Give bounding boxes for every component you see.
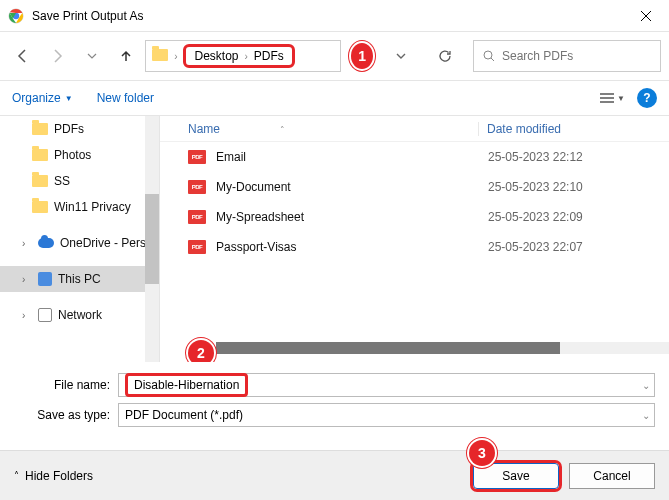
network-icon [38,308,52,322]
chevron-down-icon[interactable]: ⌄ [642,380,650,391]
path-bar[interactable]: › Desktop › PDFs [145,40,341,72]
sidebar-item-label: This PC [58,272,101,286]
nav-recent-button[interactable] [77,40,107,72]
pc-icon [38,272,52,286]
file-row[interactable]: PDFEmail25-05-2023 22:12 [160,142,669,172]
folder-icon [152,49,168,64]
sidebar-item-photos[interactable]: Photos [0,142,159,168]
organize-label: Organize [12,91,61,105]
folder-icon [32,123,48,135]
chevron-down-icon[interactable]: ⌄ [642,410,650,421]
column-header-name[interactable]: Name˄ [188,122,478,136]
organize-menu[interactable]: Organize ▼ [12,91,73,105]
file-name: My-Document [216,180,488,194]
sidebar-item-label: Photos [54,148,91,162]
chevron-down-icon: ▼ [617,94,625,103]
chevron-right-icon: › [174,51,177,62]
file-row[interactable]: PDFMy-Spreadsheet25-05-2023 22:09 [160,202,669,232]
file-name: Passport-Visas [216,240,488,254]
file-date: 25-05-2023 22:09 [488,210,583,224]
cancel-button[interactable]: Cancel [569,463,655,489]
search-icon [482,49,496,63]
filename-value: Disable-Hibernation [125,373,248,397]
sidebar-item-ss[interactable]: SS [0,168,159,194]
search-input[interactable] [502,49,652,63]
nav-back-button[interactable] [8,40,38,72]
sidebar-item-label: Win11 Privacy [54,200,131,214]
annotation-callout-3: 3 [469,440,495,466]
file-name: My-Spreadsheet [216,210,488,224]
sidebar-item-label: PDFs [54,122,84,136]
path-dropdown-button[interactable] [383,40,419,72]
filename-label: File name: [14,378,110,392]
sidebar-item-label: SS [54,174,70,188]
sidebar-item-label: Network [58,308,102,322]
sidebar-item-win11-privacy[interactable]: Win11 Privacy [0,194,159,220]
close-button[interactable] [623,0,669,32]
sidebar-item-this-pc[interactable]: ›This PC [0,266,159,292]
file-row[interactable]: PDFMy-Document25-05-2023 22:10 [160,172,669,202]
chevron-right-icon: › [22,310,32,321]
folder-icon [32,175,48,187]
hide-folders-button[interactable]: ˄ Hide Folders [14,469,93,483]
column-header-date[interactable]: Date modified [478,122,561,136]
pdf-icon: PDF [188,180,206,194]
savetype-select[interactable]: PDF Document (*.pdf) ⌄ [118,403,655,427]
sidebar-item-onedrive[interactable]: ›OneDrive - Perso [0,230,159,256]
nav-forward-button [42,40,72,72]
new-folder-button[interactable]: New folder [97,91,154,105]
filename-input[interactable]: Disable-Hibernation ⌄ [118,373,655,397]
sidebar-item-network[interactable]: ›Network [0,302,159,328]
breadcrumb[interactable]: Desktop › PDFs [183,44,294,68]
dialog-footer: ˄ Hide Folders Save Cancel 3 [0,450,669,500]
pdf-icon: PDF [188,150,206,164]
nav-up-button[interactable] [111,40,141,72]
search-box[interactable] [473,40,661,72]
sidebar-item-pdfs[interactable]: PDFs [0,116,159,142]
chevron-up-icon: ˄ [14,470,19,481]
file-date: 25-05-2023 22:12 [488,150,583,164]
horizontal-scrollbar-track[interactable] [216,342,669,354]
breadcrumb-desktop[interactable]: Desktop [194,49,238,63]
pdf-icon: PDF [188,210,206,224]
cloud-icon [38,238,54,248]
file-date: 25-05-2023 22:07 [488,240,583,254]
savetype-label: Save as type: [14,408,110,422]
annotation-callout-1: 1 [351,43,373,69]
chrome-icon [8,8,24,24]
column-headers: Name˄ Date modified [160,116,669,142]
navigation-pane: PDFs Photos SS Win11 Privacy ›OneDrive -… [0,116,160,362]
chevron-right-icon: › [245,51,248,62]
save-button[interactable]: Save [473,463,559,489]
chevron-right-icon: › [22,274,32,285]
help-button[interactable]: ? [637,88,657,108]
sidebar-scrollbar-thumb[interactable] [145,194,159,284]
sidebar-item-label: OneDrive - Perso [60,236,153,250]
hide-folders-label: Hide Folders [25,469,93,483]
file-row[interactable]: PDFPassport-Visas25-05-2023 22:07 [160,232,669,262]
pdf-icon: PDF [188,240,206,254]
address-bar: › Desktop › PDFs 1 [0,32,669,80]
horizontal-scrollbar-thumb[interactable] [216,342,560,354]
folder-icon [32,201,48,213]
title-bar: Save Print Output As [0,0,669,32]
file-name: Email [216,150,488,164]
annotation-callout-2: 2 [188,340,214,362]
toolbar: Organize ▼ New folder ▼ ? [0,80,669,116]
svg-point-2 [484,51,492,59]
save-form: File name: Disable-Hibernation ⌄ Save as… [0,362,669,436]
file-date: 25-05-2023 22:10 [488,180,583,194]
chevron-right-icon: › [22,238,32,249]
file-list: Name˄ Date modified PDFEmail25-05-2023 2… [160,116,669,362]
window-title: Save Print Output As [32,9,623,23]
chevron-down-icon: ▼ [65,94,73,103]
savetype-value: PDF Document (*.pdf) [125,408,243,422]
view-options-button[interactable]: ▼ [599,92,625,104]
folder-icon [32,149,48,161]
breadcrumb-pdfs[interactable]: PDFs [254,49,284,63]
sort-indicator-icon: ˄ [280,125,285,135]
refresh-button[interactable] [427,40,463,72]
